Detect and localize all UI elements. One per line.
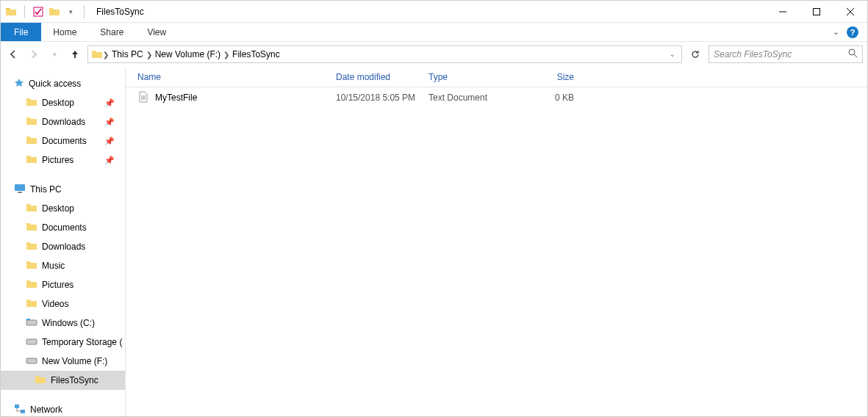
column-header-name[interactable]: Name (137, 72, 336, 82)
folder-icon (35, 374, 46, 388)
ribbon-collapse-icon[interactable]: ⌄ (833, 27, 839, 37)
tree-label: Desktop (42, 203, 74, 214)
pin-icon: 📌 (104, 137, 115, 146)
column-header-date[interactable]: Date modified (336, 72, 428, 82)
close-button[interactable] (833, 1, 867, 23)
qat-dropdown-icon[interactable]: ▾ (65, 6, 76, 18)
folder-icon (26, 278, 37, 292)
recent-dropdown[interactable]: ▾ (46, 46, 62, 62)
tree-quick-access[interactable]: Quick access (1, 74, 125, 93)
help-icon[interactable]: ? (847, 26, 858, 38)
tree-pc-documents[interactable]: Documents (1, 218, 125, 237)
chevron-right-icon[interactable]: ❯ (146, 50, 152, 59)
tree-label: Desktop (42, 98, 74, 108)
svg-rect-9 (26, 320, 37, 325)
star-icon (14, 78, 24, 90)
maximize-button[interactable] (800, 1, 833, 23)
tree-this-pc[interactable]: This PC (1, 180, 125, 199)
separator (24, 5, 25, 18)
column-header-size[interactable]: Size (523, 72, 574, 82)
breadcrumb-volume[interactable]: New Volume (F:) (152, 49, 223, 59)
tab-view[interactable]: View (135, 23, 178, 41)
text-file-icon (137, 91, 149, 105)
tree-qa-pictures[interactable]: Pictures📌 (1, 151, 125, 170)
address-dropdown-icon[interactable]: ⌄ (667, 51, 678, 58)
tree-label: Music (42, 261, 65, 271)
forward-button[interactable] (26, 46, 42, 62)
folder-icon (5, 6, 17, 18)
file-size: 0 KB (523, 93, 574, 103)
tab-share[interactable]: Share (88, 23, 135, 41)
tree-label: Documents (42, 136, 87, 146)
tree-pc-drive-temp[interactable]: Temporary Storage ( (1, 333, 125, 352)
breadcrumb-this-pc[interactable]: This PC (109, 49, 146, 59)
network-icon (14, 404, 26, 416)
svg-rect-12 (26, 358, 37, 363)
tree-pc-music[interactable]: Music (1, 256, 125, 275)
folder-icon (26, 259, 37, 273)
tree-pc-desktop[interactable]: Desktop (1, 199, 125, 218)
tree-label: New Volume (F:) (42, 356, 107, 366)
pc-icon (14, 184, 26, 196)
back-button[interactable] (5, 46, 21, 62)
chevron-right-icon[interactable]: ❯ (103, 50, 109, 59)
tab-home[interactable]: Home (41, 23, 88, 41)
breadcrumb-folder[interactable]: FilesToSync (229, 49, 283, 59)
tree-qa-downloads[interactable]: Downloads📌 (1, 112, 125, 131)
drive-icon (26, 356, 37, 367)
tree-label: Downloads (42, 242, 85, 252)
file-row[interactable]: MyTestFile 10/15/2018 5:05 PM Text Docum… (126, 87, 867, 108)
folder-icon (26, 221, 37, 235)
file-tab[interactable]: File (1, 23, 41, 41)
navigation-tree: Quick access Desktop📌 Downloads📌 Documen… (1, 67, 126, 416)
minimize-button[interactable] (766, 1, 800, 23)
folder-icon (26, 153, 37, 167)
svg-rect-8 (18, 192, 22, 193)
address-bar[interactable]: ❯ This PC ❯ New Volume (F:) ❯ FilesToSyn… (87, 46, 682, 63)
svg-line-6 (854, 54, 857, 57)
folder-open-icon[interactable] (49, 6, 60, 18)
pin-icon: 📌 (104, 117, 115, 127)
folder-icon (26, 297, 37, 311)
folder-icon (26, 96, 37, 110)
chevron-right-icon[interactable]: ❯ (223, 50, 229, 59)
tree-label: Network (30, 405, 62, 415)
tree-qa-desktop[interactable]: Desktop📌 (1, 93, 125, 112)
tree-label: Documents (42, 222, 87, 233)
search-box[interactable] (709, 46, 863, 63)
tree-pc-pictures[interactable]: Pictures (1, 275, 125, 294)
tree-label: Pictures (42, 155, 73, 165)
pin-icon: 📌 (104, 156, 115, 165)
tree-label: Quick access (29, 79, 81, 89)
tree-qa-documents[interactable]: Documents📌 (1, 131, 125, 151)
search-input[interactable] (714, 49, 848, 59)
folder-icon (26, 134, 37, 148)
svg-rect-13 (15, 405, 19, 408)
file-date: 10/15/2018 5:05 PM (336, 93, 428, 103)
svg-rect-10 (26, 319, 30, 320)
window-title: FilesToSync (96, 7, 144, 17)
svg-rect-2 (814, 8, 820, 15)
refresh-button[interactable] (686, 46, 704, 63)
drive-icon (26, 337, 37, 348)
svg-point-5 (849, 49, 855, 55)
tree-label: Pictures (42, 280, 73, 290)
file-type: Text Document (428, 93, 523, 103)
tree-pc-downloads[interactable]: Downloads (1, 237, 125, 256)
tree-label: Temporary Storage ( (42, 337, 122, 347)
tree-label: FilesToSync (51, 375, 98, 385)
up-button[interactable] (67, 46, 83, 62)
separator (84, 5, 85, 18)
pin-icon: 📌 (104, 98, 115, 108)
tree-filestosync[interactable]: FilesToSync (1, 371, 125, 390)
tree-network[interactable]: Network (1, 400, 125, 416)
tree-pc-videos[interactable]: Videos (1, 294, 125, 313)
tree-label: Windows (C:) (42, 318, 95, 328)
folder-icon (26, 115, 37, 129)
column-header-type[interactable]: Type (428, 72, 523, 82)
svg-rect-11 (26, 339, 37, 344)
tree-pc-drive-f[interactable]: New Volume (F:) (1, 352, 125, 371)
properties-icon[interactable] (32, 6, 44, 18)
search-icon[interactable] (848, 48, 858, 60)
tree-pc-drive-c[interactable]: Windows (C:) (1, 313, 125, 333)
